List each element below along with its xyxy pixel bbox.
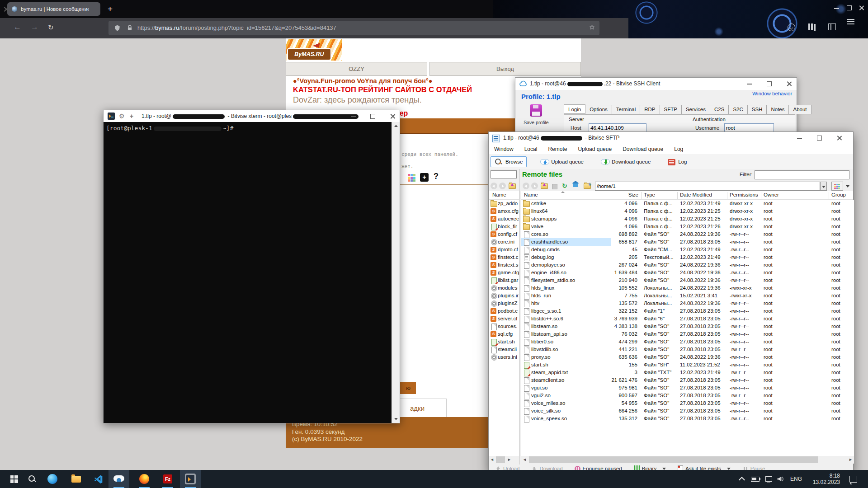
local-file-row[interactable]: Sserver.cf — [489, 315, 519, 323]
column-header-type[interactable]: Type — [641, 192, 677, 197]
scrollbar-thumb[interactable] — [496, 456, 505, 463]
file-row[interactable]: cstrike4 096Папка с ф...12.02.2023 21:49… — [521, 200, 854, 207]
filter-input[interactable] — [755, 170, 849, 179]
column-header-permissions[interactable]: Permissions — [727, 192, 761, 197]
lock-icon[interactable] — [127, 24, 133, 32]
file-row[interactable]: hlds_run7 755Локальны...15.02.2021 3:41-… — [521, 292, 854, 300]
file-row[interactable]: start.sh155Файл "SH"11.02.2023 21:52-rw-… — [521, 361, 854, 369]
tracking-shield-icon[interactable] — [114, 24, 121, 32]
gear-icon[interactable]: ⚙ — [119, 110, 125, 122]
terminal-minimize-button[interactable] — [351, 116, 356, 117]
browser-close-button[interactable] — [859, 5, 864, 10]
scroll-left-icon[interactable]: ◄ — [521, 456, 528, 464]
view-dropdown-icon[interactable] — [845, 182, 851, 191]
local-file-row[interactable]: steamcli — [489, 346, 519, 353]
file-row[interactable]: linux644 096Папка с ф...12.02.2023 21:25… — [521, 207, 854, 215]
scroll-up-icon[interactable] — [394, 125, 398, 127]
action-center-icon[interactable] — [849, 470, 857, 488]
tab-c2s[interactable]: C2S — [710, 105, 729, 114]
file-row[interactable]: valve4 096Папка с ф...12.02.2023 21:26dr… — [521, 223, 854, 230]
refresh-icon[interactable]: ↻ — [562, 182, 567, 189]
scroll-right-icon[interactable]: ► — [847, 456, 854, 464]
ssh-title-bar[interactable]: 1.tlp - root@46.22 - Bitvise SSH Client — [515, 78, 797, 90]
remote-back-icon[interactable] — [523, 183, 529, 189]
taskbar-search-icon[interactable] — [22, 470, 42, 488]
window-behavior-link[interactable]: Window behavior — [752, 91, 792, 96]
remote-files-list[interactable]: cstrike4 096Папка с ф...12.02.2023 21:49… — [521, 200, 854, 456]
local-file-row[interactable]: Samxx.cfg — [489, 207, 519, 215]
forum-dovzar-line[interactable]: DovZar: здесь рождаются тренды. — [293, 95, 422, 105]
file-row[interactable]: libtier0.so474 299Файл "SO"27.08.2018 23… — [521, 338, 854, 346]
file-row[interactable]: filesystem_stdio.so210 940Файл "SO"24.08… — [521, 277, 854, 284]
bbcode-palette-icon[interactable] — [408, 174, 415, 182]
terminal-screen[interactable]: [root@plesk-1~]# — [104, 122, 392, 423]
tab-s2c[interactable]: S2C — [729, 105, 747, 114]
local-folder-up-icon[interactable] — [509, 183, 516, 189]
local-file-row[interactable]: users.ini — [489, 353, 519, 361]
sftp-minimize-button[interactable] — [797, 138, 802, 139]
taskbar-bitvise-icon[interactable] — [108, 470, 129, 488]
menu-local[interactable]: Local — [519, 146, 543, 152]
tab-login[interactable]: Login — [564, 104, 585, 114]
taskbar-edge-icon[interactable] — [42, 470, 63, 488]
local-file-row[interactable]: plugins.ir — [489, 292, 519, 300]
save-profile-button[interactable]: Save profile — [520, 103, 552, 131]
back-icon[interactable]: ← — [14, 23, 21, 32]
remote-path-input[interactable]: /home/1 — [595, 182, 820, 191]
taskbar-explorer-icon[interactable] — [66, 470, 86, 488]
ssh-maximize-button[interactable] — [767, 81, 772, 86]
language-indicator[interactable]: ENG — [790, 470, 802, 488]
file-row[interactable]: libgcc_s.so.1322 152Файл "1"27.08.2018 2… — [521, 307, 854, 315]
file-row[interactable]: steamclient.so21 621 476Файл "SO"27.08.2… — [521, 376, 854, 384]
forum-nav-username[interactable]: OZZY — [286, 62, 427, 76]
local-back-icon[interactable] — [491, 183, 497, 189]
file-row[interactable]: voice_silk.so664 256Файл "SO"27.08.2018 … — [521, 407, 854, 415]
file-row[interactable]: steam_appid.txt3Файл "TXT"12.02.2023 21:… — [521, 369, 854, 376]
ssh-minimize-button[interactable] — [747, 84, 752, 84]
column-header-name[interactable]: Name — [521, 192, 611, 197]
terminal-maximize-button[interactable] — [370, 114, 375, 119]
scroll-right-icon[interactable]: ► — [506, 456, 513, 464]
local-file-row[interactable]: Sconfig.cf — [489, 230, 519, 238]
local-file-row[interactable]: Sdproto.cf — [489, 246, 519, 253]
file-row[interactable]: voice_miles.so54 955Файл "SO"27.08.2018 … — [521, 399, 854, 407]
plus-icon[interactable]: + — [130, 110, 133, 122]
local-file-row[interactable]: core.ini — [489, 238, 519, 246]
file-row[interactable]: debug.log205Текстовый...12.02.2023 21:49… — [521, 253, 854, 261]
forward-icon[interactable]: → — [31, 23, 38, 32]
local-file-row[interactable]: zp_addo — [489, 200, 519, 207]
bookmark-star-icon[interactable] — [589, 24, 595, 30]
taskbar-filezilla-icon[interactable]: Fz — [157, 470, 178, 488]
local-file-row[interactable]: Sfinstext.c — [489, 253, 519, 261]
menu-remote[interactable]: Remote — [542, 146, 572, 152]
local-file-row[interactable]: block_fir — [489, 223, 519, 230]
remote-forward-icon[interactable] — [531, 183, 538, 189]
tab-rdp[interactable]: RDP — [640, 105, 660, 114]
tab-ssh[interactable]: SSH — [748, 105, 767, 114]
forum-katstat-link[interactable]: KATSTAT.RU-ТОП РЕЙТИНГ САЙТОВ С ОТДАЧЕЙ — [293, 85, 472, 94]
remote-folder-up-icon[interactable] — [541, 183, 548, 189]
browser-minimize-button[interactable] — [834, 8, 839, 9]
dropdown-icon[interactable] — [662, 468, 666, 470]
column-separator[interactable] — [761, 192, 761, 199]
column-separator[interactable] — [677, 192, 678, 199]
view-mode-button[interactable] — [831, 182, 843, 191]
username-field[interactable] — [724, 123, 774, 132]
menu-upload-queue[interactable]: Upload queue — [572, 146, 617, 152]
home-icon[interactable] — [573, 183, 578, 187]
menu-log[interactable]: Log — [669, 146, 689, 152]
local-file-row[interactable]: Ssql.cfg — [489, 330, 519, 338]
remote-h-scrollbar[interactable]: ◄ ► — [521, 456, 854, 464]
toolbar-log-button[interactable]: Log — [664, 157, 690, 166]
speaker-icon[interactable] — [777, 470, 784, 488]
tab-terminal[interactable]: Terminal — [612, 105, 640, 114]
forum-nav-logout[interactable]: Выход — [429, 62, 581, 76]
tab-notes[interactable]: Notes — [767, 105, 789, 114]
file-row[interactable]: demoplayer.so267 024Файл "SO"24.08.2022 … — [521, 261, 854, 269]
column-separator[interactable] — [641, 192, 642, 199]
bymas-logo[interactable]: ByMAS.RU — [286, 39, 342, 61]
local-file-row[interactable]: pluginsZ — [489, 300, 519, 307]
forum-promo-link[interactable]: ●°Voyna.Fun-promo VoYna для получ бон°● — [293, 77, 432, 84]
file-row[interactable]: vgui.so975 981Файл "SO"27.08.2018 23:05-… — [521, 384, 854, 392]
path-dropdown-icon[interactable] — [820, 182, 827, 191]
